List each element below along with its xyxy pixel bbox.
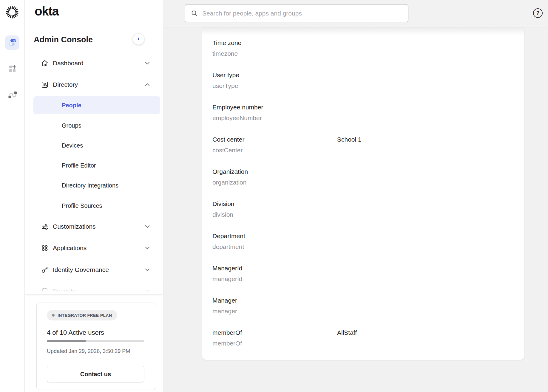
field-label: Organization xyxy=(212,168,248,175)
field-value: AllStaff xyxy=(337,329,357,336)
okta-logo-icon xyxy=(5,5,19,20)
chevron-down-icon xyxy=(144,60,151,66)
field-label: Employee number xyxy=(212,104,263,111)
field-variable-name: timezone xyxy=(212,50,238,57)
rail-add-apps-button[interactable] xyxy=(5,62,19,76)
search-icon xyxy=(191,10,198,17)
chevron-up-icon xyxy=(144,81,151,88)
sidebar-collapse-button[interactable]: ‹ xyxy=(133,34,144,45)
key-icon xyxy=(41,266,49,274)
sidebar: okta Admin Console Dashboard Directory P… xyxy=(25,0,163,392)
field-variable-name: costCenter xyxy=(212,147,243,154)
rail-workflows-button[interactable] xyxy=(5,88,19,103)
field-label: ManagerId xyxy=(212,265,242,272)
apps-icon xyxy=(41,244,49,252)
field-variable-name: memberOf xyxy=(212,340,242,347)
sidebar-subitem-label: Devices xyxy=(62,142,83,149)
field-variable-name: manager xyxy=(212,308,237,315)
plan-badge: INTEGRATOR FREE PLAN xyxy=(47,310,117,320)
field-variable-name: division xyxy=(212,211,233,218)
sidebar-item-label: Directory xyxy=(53,81,78,88)
field-label: User type xyxy=(212,72,239,79)
field-label: Time zone xyxy=(212,39,241,47)
sidebar-item-label: Security xyxy=(53,287,75,295)
left-rail xyxy=(0,0,25,392)
help-button[interactable]: ? xyxy=(533,8,543,18)
workflow-icon xyxy=(7,90,17,101)
topbar: ? xyxy=(163,0,548,27)
search-input[interactable] xyxy=(202,10,404,17)
profile-attributes-card: Time zone timezone User type userType Em… xyxy=(202,27,524,360)
contact-us-button[interactable]: Contact us xyxy=(47,366,144,382)
okta-wordmark: okta xyxy=(35,4,58,18)
sidebar-subitem-label: Profile Sources xyxy=(62,202,102,209)
chevron-down-icon xyxy=(144,267,151,273)
sidebar-item-dashboard[interactable]: Dashboard xyxy=(33,57,160,69)
sidebar-item-devices[interactable]: Devices xyxy=(33,140,160,151)
active-users-progressbar xyxy=(47,340,144,342)
field-value: School 1 xyxy=(337,136,362,143)
sidebar-item-directory[interactable]: Directory xyxy=(33,79,160,91)
sidebar-subitem-label: Directory Integrations xyxy=(62,182,118,189)
sidebar-item-profile-editor[interactable]: Profile Editor xyxy=(33,159,160,171)
field-label: memberOf xyxy=(212,329,242,336)
field-variable-name: organization xyxy=(212,179,246,186)
field-variable-name: employeeNumber xyxy=(212,114,262,122)
sidebar-subitem-label: Groups xyxy=(62,122,81,129)
active-users-count: 4 of 10 Active users xyxy=(47,329,104,337)
sidebar-item-profile-sources[interactable]: Profile Sources xyxy=(33,200,160,212)
sidebar-item-groups[interactable]: Groups xyxy=(33,120,160,131)
sidebar-subitem-label: Profile Editor xyxy=(62,162,96,169)
field-variable-name: userType xyxy=(212,82,238,89)
sidebar-item-label: Identity Governance xyxy=(53,266,109,273)
sidebar-item-label: Customizations xyxy=(53,223,96,230)
chevron-left-icon: ‹ xyxy=(138,35,140,43)
sidebar-item-applications[interactable]: Applications xyxy=(33,242,160,254)
toggles-icon xyxy=(8,38,17,48)
sidebar-subitem-label: People xyxy=(62,102,81,109)
sidebar-item-label: Dashboard xyxy=(53,60,84,67)
field-label: Manager xyxy=(212,297,237,304)
sidebar-item-security[interactable]: Security xyxy=(33,285,160,297)
rail-admin-console-button[interactable] xyxy=(5,35,19,50)
plan-updated-timestamp: Updated Jan 29, 2026, 3:50:29 PM xyxy=(47,348,130,354)
field-variable-name: managerId xyxy=(212,275,242,283)
sidebar-item-identity-governance[interactable]: Identity Governance xyxy=(33,264,160,276)
badge-icon xyxy=(41,81,49,89)
apps-plus-icon xyxy=(8,64,17,74)
sidebar-item-people[interactable]: People xyxy=(33,96,160,114)
admin-console-title: Admin Console xyxy=(34,35,93,44)
plan-status-dot-icon xyxy=(52,314,55,317)
sidebar-item-customizations[interactable]: Customizations xyxy=(33,221,160,233)
global-search xyxy=(185,4,408,22)
chevron-down-icon xyxy=(144,288,151,294)
field-label: Division xyxy=(212,200,234,207)
question-mark-icon: ? xyxy=(536,10,540,16)
field-label: Department xyxy=(212,233,245,240)
home-icon xyxy=(41,59,49,67)
shield-icon xyxy=(41,287,49,295)
field-variable-name: department xyxy=(212,243,244,250)
progress-fill xyxy=(47,340,86,342)
sidebar-item-directory-integrations[interactable]: Directory Integrations xyxy=(33,179,160,191)
sidebar-item-label: Applications xyxy=(53,244,87,252)
sliders-icon xyxy=(41,223,49,230)
field-label: Cost center xyxy=(212,136,244,143)
plan-badge-label: INTEGRATOR FREE PLAN xyxy=(58,313,112,318)
plan-card: INTEGRATOR FREE PLAN 4 of 10 Active user… xyxy=(36,303,156,390)
chevron-down-icon xyxy=(144,245,151,251)
chevron-down-icon xyxy=(144,223,151,230)
